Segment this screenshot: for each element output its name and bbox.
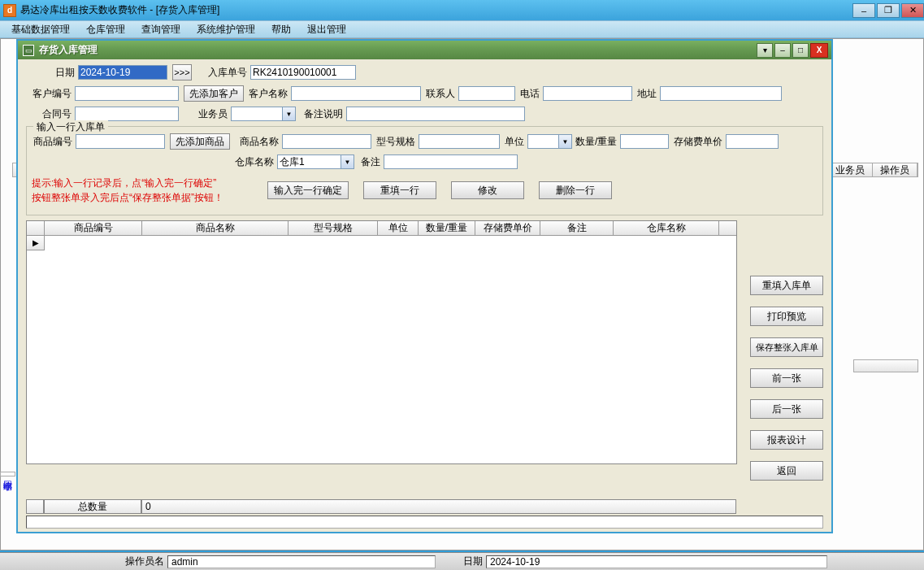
- grid-header-qty[interactable]: 数量/重量: [419, 221, 475, 235]
- contract-input[interactable]: [75, 107, 179, 121]
- menu-exit[interactable]: 退出管理: [299, 23, 354, 37]
- inbound-no-input[interactable]: [250, 65, 356, 80]
- date-input[interactable]: [78, 65, 167, 80]
- customer-name-input[interactable]: [291, 86, 421, 101]
- remark-input[interactable]: [346, 107, 525, 121]
- contact-input[interactable]: [458, 86, 515, 101]
- salesman-combo[interactable]: ▼: [231, 107, 296, 121]
- add-customer-button[interactable]: 先添加客户: [184, 85, 244, 102]
- report-design-button[interactable]: 报表设计: [750, 430, 823, 450]
- next-sheet-button[interactable]: 后一张: [750, 399, 823, 419]
- main-close-button[interactable]: ✕: [901, 3, 924, 18]
- refill-all-button[interactable]: 重填入库单: [750, 276, 823, 295]
- prev-sheet-button[interactable]: 前一张: [750, 368, 823, 388]
- status-date-value: 2024-10-19: [486, 555, 827, 568]
- warehouse-label: 仓库名称: [235, 155, 274, 169]
- unit-combo[interactable]: ▼: [527, 134, 572, 149]
- line-entry-group: 输入一行入库单 商品编号 先添加商品 商品名称 型号规格 单位 ▼ 数量/重量 …: [26, 126, 823, 215]
- menu-warehouse[interactable]: 仓库管理: [78, 23, 133, 37]
- child-close-button[interactable]: X: [810, 43, 828, 58]
- product-name-input[interactable]: [282, 134, 371, 149]
- unit-label: 单位: [505, 135, 524, 149]
- phone-input[interactable]: [543, 86, 632, 101]
- spec-label: 型号规格: [376, 135, 415, 149]
- confirm-line-button[interactable]: 输入完一行确定: [267, 181, 349, 199]
- menu-system[interactable]: 系统维护管理: [189, 23, 263, 37]
- customer-no-input[interactable]: [75, 86, 179, 101]
- product-name-label: 商品名称: [240, 135, 279, 149]
- address-label: 地址: [637, 87, 657, 101]
- grid-header-price[interactable]: 存储费单价: [475, 221, 540, 235]
- product-no-input[interactable]: [76, 134, 165, 149]
- back-button[interactable]: 返回: [750, 461, 823, 481]
- note-label: 备注: [361, 155, 380, 169]
- menu-help[interactable]: 帮助: [263, 23, 299, 37]
- bg-header-salesman: 业务员: [828, 163, 873, 176]
- chevron-down-icon: ▼: [341, 155, 354, 168]
- address-input[interactable]: [660, 86, 782, 101]
- status-operator-value: admin: [167, 555, 436, 568]
- modify-button[interactable]: 修改: [451, 181, 524, 199]
- customer-no-label: 客户编号: [26, 87, 72, 101]
- child-window-icon: ▭: [23, 45, 34, 56]
- spec-input[interactable]: [419, 134, 500, 149]
- child-minimize-button[interactable]: –: [774, 43, 791, 58]
- menubar: 基础数据管理 仓库管理 查询管理 系统维护管理 帮助 退出管理: [0, 20, 924, 38]
- child-title: 存货入库管理: [39, 43, 755, 57]
- save-all-button[interactable]: 保存整张入库单: [750, 337, 823, 357]
- storage-price-label: 存储费单价: [674, 135, 722, 149]
- add-product-button[interactable]: 先添加商品: [170, 133, 230, 150]
- collapse-tab[interactable]: 收回缩小: [0, 472, 15, 476]
- main-title: 易达冷库出租按天数收费软件 - [存货入库管理]: [20, 3, 851, 17]
- child-status-strip: [26, 516, 823, 529]
- child-restore-button[interactable]: ▾: [757, 43, 773, 58]
- menu-basic-data[interactable]: 基础数据管理: [3, 23, 78, 37]
- date-picker-button[interactable]: >>>: [172, 64, 192, 80]
- grid-header-note[interactable]: 备注: [540, 221, 614, 235]
- hint-line1: 提示:输入一行记录后，点“输入完一行确定”: [32, 176, 267, 190]
- grid-header-unit[interactable]: 单位: [378, 221, 419, 235]
- grid-header-warehouse[interactable]: 仓库名称: [614, 221, 719, 235]
- contract-label: 合同号: [34, 107, 72, 121]
- salesman-label: 业务员: [198, 107, 228, 121]
- note-input[interactable]: [384, 154, 518, 169]
- contact-label: 联系人: [426, 87, 455, 101]
- refill-line-button[interactable]: 重填一行: [363, 181, 436, 199]
- grid-header-spec[interactable]: 型号规格: [288, 221, 378, 235]
- status-operator-label: 操作员名: [122, 555, 167, 568]
- statusbar: 操作员名 admin 日期 2024-10-19: [0, 552, 924, 570]
- bg-header-operator: 操作员: [873, 163, 917, 176]
- child-maximize-button[interactable]: □: [792, 43, 809, 58]
- main-minimize-button[interactable]: –: [852, 3, 875, 18]
- background-side-piece: [853, 359, 918, 372]
- customer-name-label: 客户名称: [249, 87, 288, 101]
- main-maximize-button[interactable]: ❐: [877, 3, 900, 18]
- items-grid[interactable]: 商品编号 商品名称 型号规格 单位 数量/重量 存储费单价 备注 仓库名称 ▶: [26, 220, 737, 464]
- menu-query[interactable]: 查询管理: [133, 23, 189, 37]
- qty-label: 数量/重量: [575, 135, 617, 149]
- grid-row[interactable]: ▶: [27, 236, 736, 250]
- totals-value: 0: [141, 499, 736, 514]
- chevron-down-icon: ▼: [558, 135, 571, 148]
- print-preview-button[interactable]: 打印预览: [750, 307, 823, 326]
- qty-input[interactable]: [620, 134, 669, 149]
- chevron-down-icon: ▼: [282, 107, 295, 120]
- row-indicator-icon: ▶: [27, 236, 45, 250]
- storage-price-input[interactable]: [726, 134, 779, 149]
- grid-header-product-no[interactable]: 商品编号: [45, 221, 142, 235]
- hint-line2: 按钮整张单录入完后点“保存整张单据”按钮！: [32, 190, 267, 205]
- status-date-label: 日期: [460, 555, 486, 568]
- child-window: ▭ 存货入库管理 ▾ – □ X 日期 >>> 入库单号 客户编号: [16, 39, 833, 533]
- date-label: 日期: [42, 66, 75, 80]
- delete-line-button[interactable]: 删除一行: [539, 181, 612, 199]
- warehouse-value: 仓库1: [278, 155, 341, 169]
- remark-label: 备注说明: [304, 107, 343, 121]
- grid-header-product-name[interactable]: 商品名称: [142, 221, 288, 235]
- line-entry-legend: 输入一行入库单: [33, 120, 108, 134]
- product-no-label: 商品编号: [32, 135, 72, 149]
- totals-label: 总数量: [44, 499, 141, 514]
- grid-corner: [27, 221, 45, 235]
- warehouse-combo[interactable]: 仓库1 ▼: [277, 154, 354, 169]
- phone-label: 电话: [520, 87, 540, 101]
- app-icon: d: [3, 4, 16, 17]
